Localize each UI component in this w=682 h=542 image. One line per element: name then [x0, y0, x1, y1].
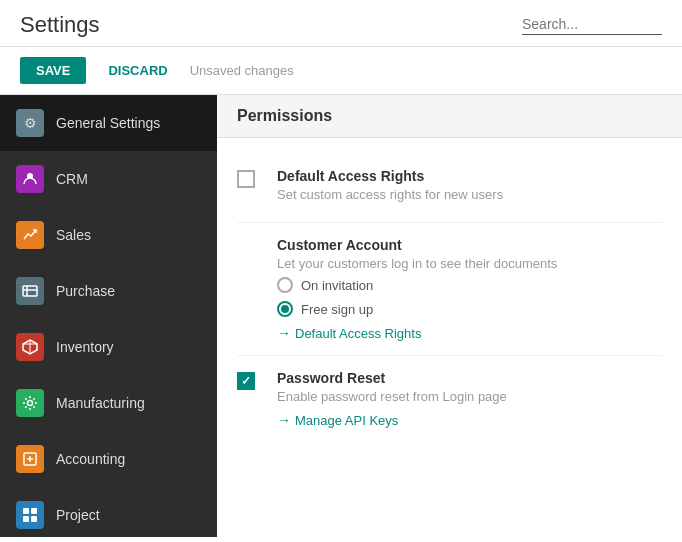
manage-api-keys-link[interactable]: → Manage API Keys: [277, 412, 662, 428]
setting-desc-password-reset: Enable password reset from Login page: [277, 389, 662, 404]
setting-row-customer-account: Customer Account Let your customers log …: [237, 223, 662, 356]
setting-content-default-access: Default Access Rights Set custom access …: [277, 168, 662, 208]
sidebar-label-accounting: Accounting: [56, 451, 125, 467]
setting-desc-customer-account: Let your customers log in to see their d…: [277, 256, 662, 271]
content-area: Permissions Default Access Rights Set cu…: [217, 95, 682, 537]
settings-body: Default Access Rights Set custom access …: [217, 138, 682, 458]
radio-label-free-signup: Free sign up: [301, 302, 373, 317]
save-button[interactable]: SAVE: [20, 57, 86, 84]
crm-icon: [16, 165, 44, 193]
radio-circle-free-signup: [277, 301, 293, 317]
sidebar-item-sales[interactable]: Sales: [0, 207, 217, 263]
setting-content-customer-account: Customer Account Let your customers log …: [277, 237, 662, 341]
link-label-manage-api: Manage API Keys: [295, 413, 398, 428]
gear-icon: ⚙: [16, 109, 44, 137]
arrow-icon-2: →: [277, 412, 291, 428]
inventory-icon: [16, 333, 44, 361]
sidebar-label-manufacturing: Manufacturing: [56, 395, 145, 411]
search-container: [522, 16, 662, 35]
sidebar-item-general[interactable]: ⚙ General Settings: [0, 95, 217, 151]
checkbox-area-default-access: [237, 168, 261, 188]
accounting-icon: [16, 445, 44, 473]
svg-point-7: [28, 401, 33, 406]
setting-title-password-reset: Password Reset: [277, 370, 662, 386]
discard-button[interactable]: DISCARD: [98, 57, 177, 84]
manufacturing-icon: [16, 389, 44, 417]
setting-content-password-reset: Password Reset Enable password reset fro…: [277, 370, 662, 428]
checkbox-password-reset[interactable]: [237, 372, 255, 390]
sidebar-label-general: General Settings: [56, 115, 160, 131]
sidebar: ⚙ General Settings CRM Sales: [0, 95, 217, 537]
checkbox-default-access[interactable]: [237, 170, 255, 188]
svg-rect-12: [31, 508, 37, 514]
svg-rect-14: [31, 516, 37, 522]
sidebar-item-crm[interactable]: CRM: [0, 151, 217, 207]
project-icon: [16, 501, 44, 529]
svg-rect-11: [23, 508, 29, 514]
sales-icon: [16, 221, 44, 249]
checkbox-area-customer-account: [237, 237, 261, 239]
radio-label-on-invitation: On invitation: [301, 278, 373, 293]
arrow-icon: →: [277, 325, 291, 341]
radio-group-customer-account: On invitation Free sign up: [277, 277, 662, 317]
radio-free-signup[interactable]: Free sign up: [277, 301, 662, 317]
purchase-icon: [16, 277, 44, 305]
setting-title-customer-account: Customer Account: [277, 237, 662, 253]
unsaved-label: Unsaved changes: [190, 63, 294, 78]
sidebar-label-inventory: Inventory: [56, 339, 114, 355]
sidebar-item-project[interactable]: Project: [0, 487, 217, 537]
link-label-default-access: Default Access Rights: [295, 326, 421, 341]
section-title: Permissions: [237, 107, 332, 124]
setting-row-password-reset: Password Reset Enable password reset fro…: [237, 356, 662, 442]
setting-desc-default-access: Set custom access rights for new users: [277, 187, 662, 202]
header: Settings: [0, 0, 682, 47]
svg-rect-1: [23, 286, 37, 296]
default-access-rights-link[interactable]: → Default Access Rights: [277, 325, 662, 341]
svg-rect-13: [23, 516, 29, 522]
main-layout: ⚙ General Settings CRM Sales: [0, 95, 682, 537]
sidebar-label-project: Project: [56, 507, 100, 523]
setting-row-default-access: Default Access Rights Set custom access …: [237, 154, 662, 223]
sidebar-item-accounting[interactable]: Accounting: [0, 431, 217, 487]
section-header: Permissions: [217, 95, 682, 138]
sidebar-label-sales: Sales: [56, 227, 91, 243]
checkbox-area-password-reset: [237, 370, 261, 390]
search-input[interactable]: [522, 16, 662, 32]
sidebar-item-purchase[interactable]: Purchase: [0, 263, 217, 319]
toolbar: SAVE DISCARD Unsaved changes: [0, 47, 682, 95]
sidebar-item-inventory[interactable]: Inventory: [0, 319, 217, 375]
sidebar-label-purchase: Purchase: [56, 283, 115, 299]
page-title: Settings: [20, 12, 100, 38]
radio-on-invitation[interactable]: On invitation: [277, 277, 662, 293]
setting-title-default-access: Default Access Rights: [277, 168, 662, 184]
sidebar-item-manufacturing[interactable]: Manufacturing: [0, 375, 217, 431]
radio-circle-on-invitation: [277, 277, 293, 293]
sidebar-label-crm: CRM: [56, 171, 88, 187]
